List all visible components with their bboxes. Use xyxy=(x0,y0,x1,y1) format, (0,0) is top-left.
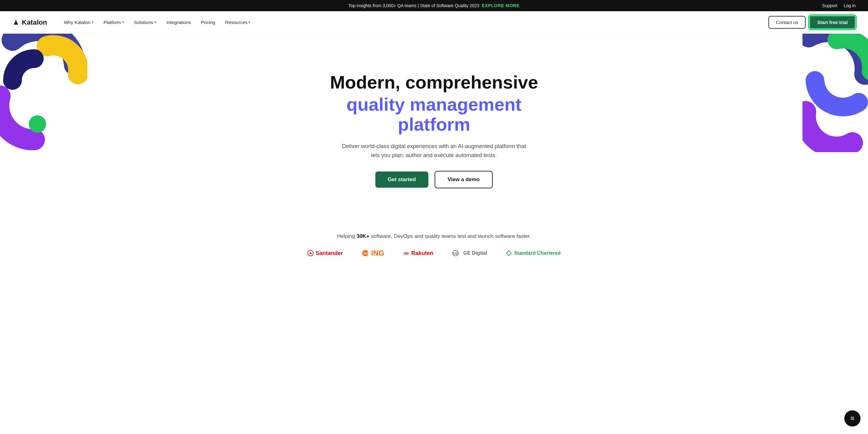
chevron-down-icon: ▾ xyxy=(92,20,94,24)
nav-item-pricing[interactable]: Pricing xyxy=(196,17,220,27)
ing-logo: ING ING xyxy=(362,249,384,258)
rakuten-logo: Rakuten xyxy=(403,250,433,257)
svg-text:GE: GE xyxy=(453,252,458,255)
navbar: Katalon Why Katalon ▾ Platform ▾ Solutio… xyxy=(0,11,868,34)
logo[interactable]: Katalon xyxy=(12,19,47,27)
svg-rect-6 xyxy=(404,254,409,255)
svg-rect-5 xyxy=(404,253,409,253)
chevron-down-icon: ▾ xyxy=(154,20,156,24)
login-link[interactable]: Log in xyxy=(844,3,856,8)
ge-logo: GE GE Digital xyxy=(452,250,487,257)
nav-item-why-katalon[interactable]: Why Katalon ▾ xyxy=(60,17,98,27)
social-proof-section: Helping 30K+ software, DevOps and qualit… xyxy=(0,221,868,264)
nav-item-platform[interactable]: Platform ▾ xyxy=(99,17,128,27)
katalon-logo-icon xyxy=(12,19,19,26)
view-demo-button[interactable]: View a demo xyxy=(435,171,493,188)
hero-title-line1: Modern, comprehensive xyxy=(312,72,556,92)
sc-icon xyxy=(506,250,512,256)
hero-content: Modern, comprehensive quality management… xyxy=(312,72,556,189)
hero-section: Modern, comprehensive quality management… xyxy=(0,34,868,221)
get-started-button[interactable]: Get started xyxy=(375,171,428,188)
standard-chartered-logo: Standard Chartered xyxy=(506,250,560,256)
svg-point-1 xyxy=(29,115,46,133)
svg-rect-0 xyxy=(15,20,17,21)
logos-row: Santander ING ING Rakuten GE GE Digital … xyxy=(12,249,856,258)
hero-subtitle: Deliver world-class digital experiences … xyxy=(340,142,528,160)
announcement-bar: Top insights from 3,000+ QA teams | Stat… xyxy=(0,0,868,11)
support-links: Support Log in xyxy=(822,3,856,8)
svg-text:ING: ING xyxy=(364,252,369,255)
hero-title-line2: quality management platform xyxy=(312,95,556,134)
highlight-count: 30K+ xyxy=(356,233,369,239)
santander-icon xyxy=(307,250,314,256)
hero-buttons: Get started View a demo xyxy=(312,171,556,188)
rakuten-icon xyxy=(403,250,409,256)
social-proof-text: Helping 30K+ software, DevOps and qualit… xyxy=(12,233,856,239)
nav-item-solutions[interactable]: Solutions ▾ xyxy=(130,17,161,27)
logo-text: Katalon xyxy=(22,19,47,27)
support-link[interactable]: Support xyxy=(822,3,837,8)
nav-actions: Contact us Start free trial xyxy=(769,15,856,29)
nav-item-resources[interactable]: Resources ▾ xyxy=(221,17,255,27)
explore-link[interactable]: EXPLORE MORE xyxy=(482,3,520,8)
nav-links: Why Katalon ▾ Platform ▾ Solutions ▾ Int… xyxy=(60,17,769,27)
santander-logo: Santander xyxy=(307,250,343,257)
deco-right xyxy=(803,34,868,152)
contact-button[interactable]: Contact us xyxy=(769,16,806,29)
announcement-text: Top insights from 3,000+ QA teams | Stat… xyxy=(348,3,479,8)
nav-item-integrations[interactable]: Integrations xyxy=(162,17,195,27)
chevron-down-icon: ▾ xyxy=(249,20,251,24)
ing-icon: ING xyxy=(362,249,369,257)
chevron-down-icon: ▾ xyxy=(122,20,124,24)
deco-left xyxy=(0,34,87,165)
start-trial-button[interactable]: Start free trial xyxy=(809,15,856,29)
ge-icon: GE xyxy=(452,250,461,257)
